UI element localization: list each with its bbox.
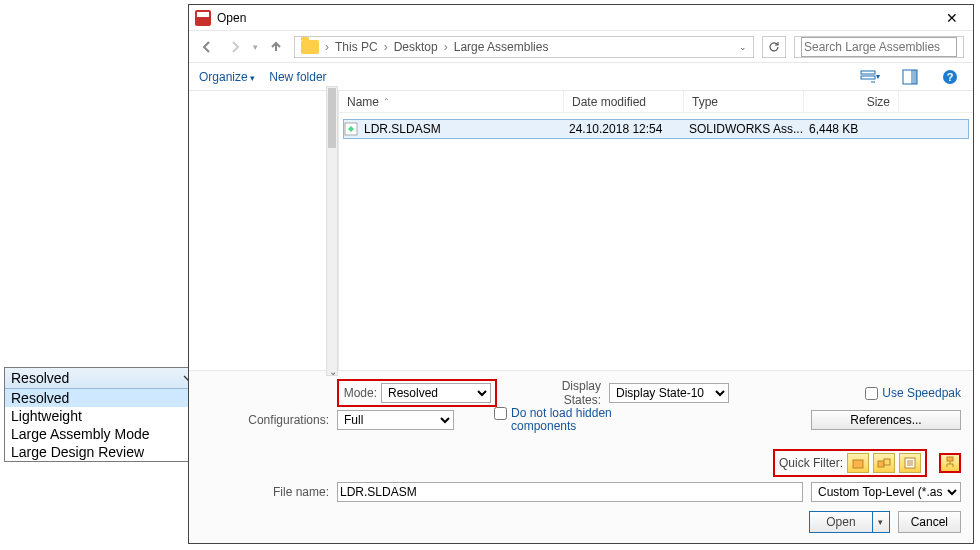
quick-filter-label: Quick Filter: bbox=[779, 456, 843, 470]
file-type: SOLIDWORKS Ass... bbox=[689, 122, 809, 136]
search-input[interactable] bbox=[801, 37, 957, 57]
svg-rect-2 bbox=[861, 76, 875, 79]
mode-options-popup: Resolved Resolved Lightweight Large Asse… bbox=[4, 367, 200, 462]
address-dropdown-icon[interactable]: ⌄ bbox=[739, 42, 747, 52]
view-options-button[interactable]: ▾ bbox=[857, 67, 883, 87]
app-icon bbox=[195, 10, 211, 26]
svg-text:?: ? bbox=[947, 71, 954, 83]
column-headers: Name⌃ Date modified Type Size bbox=[339, 91, 973, 113]
file-name: LDR.SLDASM bbox=[364, 122, 441, 136]
filter-assemblies-icon[interactable] bbox=[873, 453, 895, 473]
use-speedpak-checkbox[interactable]: Use Speedpak bbox=[865, 386, 961, 400]
refresh-button[interactable] bbox=[762, 36, 786, 58]
mode-option-large-design-review[interactable]: Large Design Review bbox=[5, 443, 199, 461]
open-dropdown-icon[interactable]: ▾ bbox=[873, 517, 889, 527]
chevron-right-icon: › bbox=[384, 40, 388, 54]
svg-rect-12 bbox=[947, 457, 953, 461]
assembly-file-icon bbox=[344, 122, 358, 136]
mode-label: Mode: bbox=[343, 386, 377, 400]
mode-combo-selected[interactable]: Resolved bbox=[5, 368, 199, 389]
refresh-icon bbox=[768, 41, 780, 53]
file-date: 24.10.2018 12:54 bbox=[569, 122, 689, 136]
filename-input[interactable] bbox=[337, 482, 803, 502]
window-title: Open bbox=[217, 11, 246, 25]
mode-option-resolved[interactable]: Resolved bbox=[5, 389, 199, 407]
nav-bar: ▾ › This PC › Desktop › Large Assemblies… bbox=[189, 31, 973, 63]
quick-filter-box: Quick Filter: bbox=[773, 449, 927, 477]
file-row[interactable]: LDR.SLDASM 24.10.2018 12:54 SOLIDWORKS A… bbox=[343, 119, 969, 139]
filename-label: File name: bbox=[201, 485, 329, 499]
search-box[interactable] bbox=[794, 36, 964, 58]
configurations-select[interactable]: Full bbox=[337, 410, 454, 430]
configurations-label: Configurations: bbox=[201, 413, 329, 427]
open-button[interactable]: Open ▾ bbox=[809, 511, 889, 533]
mode-highlight-box: Mode: Resolved bbox=[337, 379, 497, 407]
mode-option-large-assembly-mode[interactable]: Large Assembly Mode bbox=[5, 425, 199, 443]
mode-option-lightweight[interactable]: Lightweight bbox=[5, 407, 199, 425]
sort-caret-icon: ⌃ bbox=[383, 97, 390, 106]
new-folder-button[interactable]: New folder bbox=[269, 70, 326, 84]
path-leaf[interactable]: Large Assemblies bbox=[454, 40, 549, 54]
scrollbar[interactable] bbox=[326, 86, 338, 376]
options-panel: Mode: Resolved Display States: Display S… bbox=[189, 370, 973, 543]
svg-rect-9 bbox=[878, 461, 884, 467]
column-type[interactable]: Type bbox=[684, 91, 804, 112]
organize-menu[interactable]: Organize bbox=[199, 70, 255, 84]
references-button[interactable]: References... bbox=[811, 410, 961, 430]
column-date[interactable]: Date modified bbox=[564, 91, 684, 112]
column-size[interactable]: Size bbox=[804, 91, 899, 112]
mode-select[interactable]: Resolved bbox=[381, 383, 491, 403]
svg-rect-4 bbox=[911, 70, 917, 84]
display-states-label: Display States: bbox=[521, 379, 601, 407]
help-button[interactable]: ? bbox=[937, 67, 963, 87]
close-button[interactable]: ✕ bbox=[937, 10, 967, 26]
path-desktop[interactable]: Desktop bbox=[394, 40, 438, 54]
mode-combo-selected-text: Resolved bbox=[11, 370, 69, 386]
back-button[interactable] bbox=[197, 37, 217, 57]
address-bar[interactable]: › This PC › Desktop › Large Assemblies ⌄ bbox=[294, 36, 754, 58]
display-states-select[interactable]: Display State-10 bbox=[609, 383, 729, 403]
titlebar: Open ✕ bbox=[189, 5, 973, 31]
toolbar: Organize New folder ▾ ? bbox=[189, 63, 973, 91]
body-area: Name⌃ Date modified Type Size LDR.SLDASM… bbox=[189, 91, 973, 370]
folder-icon bbox=[301, 40, 319, 54]
filter-toplevel-icon[interactable] bbox=[939, 453, 961, 473]
column-name[interactable]: Name⌃ bbox=[339, 91, 564, 112]
file-size: 6,448 KB bbox=[809, 122, 904, 136]
chevron-right-icon: › bbox=[325, 40, 329, 54]
preview-pane-button[interactable] bbox=[897, 67, 923, 87]
filter-drawings-icon[interactable] bbox=[899, 453, 921, 473]
svg-rect-1 bbox=[861, 71, 875, 74]
path-root[interactable]: This PC bbox=[335, 40, 378, 54]
cancel-button[interactable]: Cancel bbox=[898, 511, 961, 533]
filter-parts-icon[interactable] bbox=[847, 453, 869, 473]
up-button[interactable] bbox=[266, 37, 286, 57]
svg-rect-10 bbox=[884, 459, 890, 465]
navigation-pane[interactable] bbox=[189, 91, 339, 370]
chevron-right-icon: › bbox=[444, 40, 448, 54]
open-dialog: Open ✕ ▾ › This PC › Desktop › Large Ass… bbox=[188, 4, 974, 544]
file-type-select[interactable]: Custom Top-Level (*.asm;*.slda bbox=[811, 482, 961, 502]
file-list-pane: Name⌃ Date modified Type Size LDR.SLDASM… bbox=[339, 91, 973, 370]
recent-locations-icon[interactable]: ▾ bbox=[253, 42, 258, 52]
do-not-load-hidden-checkbox[interactable]: Do not load hidden components bbox=[494, 407, 654, 433]
svg-rect-8 bbox=[853, 460, 863, 468]
forward-button[interactable] bbox=[225, 37, 245, 57]
